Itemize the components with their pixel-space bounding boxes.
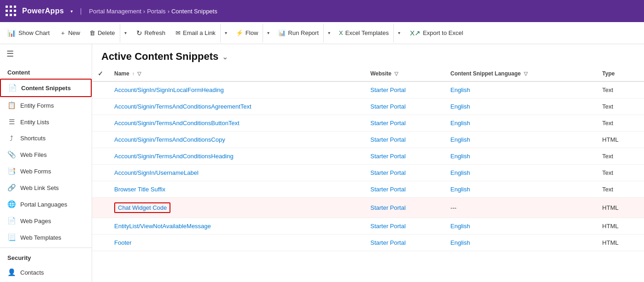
email-link-split-group: ✉ Email a Link ▾ [171, 24, 231, 42]
row-website-cell[interactable]: Starter Portal [365, 132, 445, 148]
row-checkbox-cell[interactable] [92, 235, 109, 251]
app-chevron-icon[interactable]: ▾ [70, 9, 73, 14]
new-button[interactable]: ＋ New [55, 24, 85, 42]
row-checkbox-cell[interactable] [92, 218, 109, 235]
top-navigation-bar: PowerApps ▾ | Portal Management › Portal… [0, 0, 644, 22]
sidebar-label-web-forms: Web Forms [20, 168, 51, 175]
excel-templates-split-group: X Excel Templates ▾ [334, 24, 404, 42]
row-checkbox-cell[interactable] [92, 165, 109, 181]
breadcrumb-portal[interactable]: Portal Management [89, 8, 141, 15]
sidebar-item-web-pages[interactable]: 📄 Web Pages [0, 213, 92, 229]
row-website-cell[interactable]: Starter Portal [365, 235, 445, 251]
flow-dropdown-button[interactable]: ▾ [263, 24, 274, 42]
export-to-excel-button[interactable]: X↗ Export to Excel [404, 24, 468, 42]
table-row: Account/Signin/TermsAndConditionsAgreeme… [92, 98, 644, 115]
shortcuts-icon: ⤴ [7, 134, 16, 142]
export-excel-icon: X↗ [410, 29, 421, 37]
name-filter-icon[interactable]: ▽ [137, 71, 141, 77]
row-checkbox-cell[interactable] [92, 115, 109, 132]
row-name-cell[interactable]: EntityList/ViewNotAvailableMessage [109, 218, 365, 235]
sidebar-item-content-snippets[interactable]: 📄 Content Snippets [0, 79, 92, 97]
row-name-cell[interactable]: Account/SignIn/UsernameLabel [109, 165, 365, 181]
row-language-cell[interactable]: English [445, 115, 597, 132]
flow-button[interactable]: ⚡ Flow [231, 24, 263, 42]
sidebar-item-contacts[interactable]: 👤 Contacts [0, 264, 92, 281]
row-website-cell[interactable]: Starter Portal [365, 198, 445, 218]
app-grid-icon[interactable] [6, 6, 17, 17]
flow-label: Flow [246, 29, 258, 36]
row-name-cell[interactable]: Chat Widget Code [109, 198, 365, 218]
show-chart-label: Show Chart [18, 29, 50, 36]
table-row: Chat Widget CodeStarter Portal---HTML [92, 198, 644, 218]
row-language-cell[interactable]: English [445, 81, 597, 98]
sidebar-hamburger-icon[interactable]: ☰ [0, 44, 92, 63]
language-filter-icon[interactable]: ▽ [524, 71, 527, 77]
row-language-cell[interactable]: English [445, 148, 597, 165]
sidebar-item-web-forms[interactable]: 📑 Web Forms [0, 163, 92, 179]
row-type-cell: Text [597, 165, 644, 181]
row-website-cell[interactable]: Starter Portal [365, 81, 445, 98]
main-layout: ☰ Content 📄 Content Snippets 📋 Entity Fo… [0, 44, 644, 282]
row-name-cell[interactable]: Browser Title Suffix [109, 181, 365, 198]
content-header: Active Content Snippets ⌄ [92, 44, 644, 66]
refresh-label: Refresh [145, 29, 166, 36]
row-language-cell[interactable]: English [445, 235, 597, 251]
sidebar-item-web-files[interactable]: 📎 Web Files [0, 146, 92, 163]
col-checkbox: ✓ [92, 66, 109, 81]
header-check-icon[interactable]: ✓ [98, 70, 103, 77]
excel-templates-icon: X [339, 29, 343, 36]
new-split-group: ＋ New [55, 24, 85, 42]
delete-dropdown-button[interactable]: ▾ [120, 24, 131, 42]
excel-templates-button[interactable]: X Excel Templates [334, 24, 393, 42]
email-link-dropdown-button[interactable]: ▾ [220, 24, 231, 42]
row-website-cell[interactable]: Starter Portal [365, 165, 445, 181]
web-forms-icon: 📑 [7, 167, 16, 175]
row-language-cell[interactable]: English [445, 132, 597, 148]
row-name-cell[interactable]: Account/Signin/TermsAndConditionsAgreeme… [109, 98, 365, 115]
row-checkbox-cell[interactable] [92, 98, 109, 115]
delete-button[interactable]: 🗑 Delete [85, 24, 120, 42]
sidebar-item-web-templates[interactable]: 📃 Web Templates [0, 229, 92, 246]
row-language-cell[interactable]: English [445, 165, 597, 181]
row-checkbox-cell[interactable] [92, 198, 109, 218]
row-checkbox-cell[interactable] [92, 148, 109, 165]
sidebar-item-web-link-sets[interactable]: 🔗 Web Link Sets [0, 179, 92, 196]
email-link-button[interactable]: ✉ Email a Link [171, 24, 220, 42]
page-title: Active Content Snippets [101, 51, 218, 63]
row-language-cell[interactable]: --- [445, 198, 597, 218]
name-sort-icon[interactable]: ↑ [132, 71, 135, 76]
sidebar-label-portal-languages: Portal Languages [20, 201, 67, 208]
row-name-cell[interactable]: Account/Signin/TermsAndConditionsCopy [109, 132, 365, 148]
row-website-cell[interactable]: Starter Portal [365, 115, 445, 132]
refresh-button[interactable]: ↻ Refresh [131, 24, 171, 42]
run-report-dropdown-button[interactable]: ▾ [323, 24, 334, 42]
row-website-cell[interactable]: Starter Portal [365, 148, 445, 165]
title-dropdown-icon[interactable]: ⌄ [222, 52, 228, 61]
sidebar-item-entity-forms[interactable]: 📋 Entity Forms [0, 97, 92, 114]
row-website-cell[interactable]: Starter Portal [365, 181, 445, 198]
excel-templates-dropdown-button[interactable]: ▾ [393, 24, 404, 42]
row-name-cell[interactable]: Account/Signin/TermsAndConditionsButtonT… [109, 115, 365, 132]
row-checkbox-cell[interactable] [92, 181, 109, 198]
row-language-cell[interactable]: English [445, 181, 597, 198]
sidebar-item-shortcuts[interactable]: ⤴ Shortcuts [0, 130, 92, 146]
row-language-cell[interactable]: English [445, 98, 597, 115]
portal-languages-icon: 🌐 [7, 200, 16, 208]
show-chart-button[interactable]: 📊 Show Chart [2, 24, 55, 42]
row-website-cell[interactable]: Starter Portal [365, 98, 445, 115]
row-website-cell[interactable]: Starter Portal [365, 218, 445, 235]
row-name-cell[interactable]: Account/SignIn/SignInLocalFormHeading [109, 81, 365, 98]
sidebar-item-portal-languages[interactable]: 🌐 Portal Languages [0, 196, 92, 213]
sidebar-label-web-link-sets: Web Link Sets [20, 184, 59, 191]
sidebar-item-entity-lists[interactable]: ☰ Entity Lists [0, 114, 92, 130]
table-header-row: ✓ Name ↑ ▽ Website [92, 66, 644, 81]
row-checkbox-cell[interactable] [92, 132, 109, 148]
row-checkbox-cell[interactable] [92, 81, 109, 98]
row-name-cell[interactable]: Account/Signin/TermsAndConditionsHeading [109, 148, 365, 165]
breadcrumb-portals[interactable]: Portals [147, 8, 165, 15]
run-report-button[interactable]: 📊 Run Report [274, 24, 323, 42]
website-filter-icon[interactable]: ▽ [394, 71, 398, 77]
row-language-cell[interactable]: English [445, 218, 597, 235]
breadcrumb-sep2: › [143, 8, 145, 15]
row-name-cell[interactable]: Footer [109, 235, 365, 251]
